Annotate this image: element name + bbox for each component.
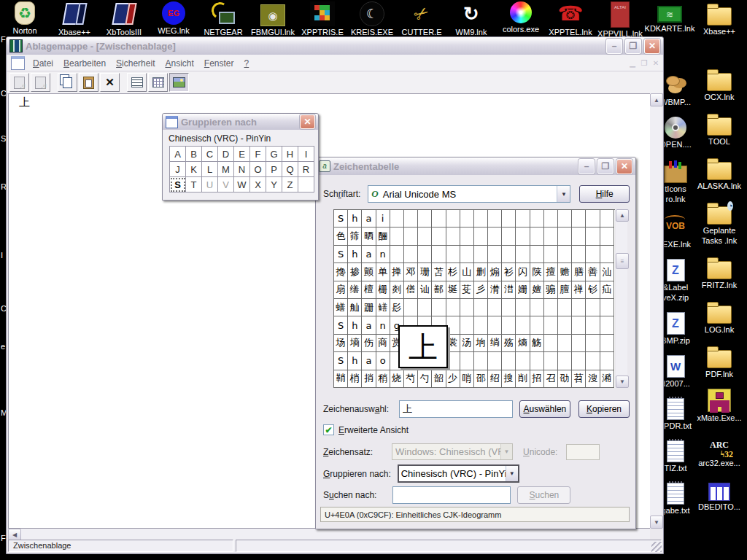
char-cell[interactable]: 汕: [600, 263, 614, 281]
font-combo[interactable]: O Arial Unicode MS ▼: [368, 185, 570, 203]
char-cell-empty[interactable]: [586, 299, 600, 316]
char-cell-empty[interactable]: [558, 228, 572, 245]
char-cell-empty[interactable]: [404, 299, 418, 316]
char-cell-empty[interactable]: [404, 228, 418, 245]
desktop-icon[interactable]: XbToolsIII: [99, 1, 149, 38]
char-cell-empty[interactable]: [600, 210, 614, 228]
char-cell-empty[interactable]: [586, 335, 600, 352]
desktop-icon[interactable]: ◉FBMGUI.lnk: [248, 1, 298, 38]
char-cell-empty[interactable]: [418, 299, 432, 316]
char-cell-empty[interactable]: [516, 316, 530, 334]
desktop-icon[interactable]: PDF.lnk: [695, 344, 743, 378]
char-cell-empty[interactable]: [600, 299, 614, 316]
char-cell[interactable]: 僐: [404, 281, 418, 299]
scroll-down-icon[interactable]: ▼: [650, 516, 663, 529]
mdi-restore-icon[interactable]: ❐: [638, 58, 650, 68]
char-cell-empty[interactable]: [530, 210, 544, 228]
char-cell-empty[interactable]: [516, 210, 530, 228]
char-cell-empty[interactable]: [474, 299, 488, 316]
char-cell-empty[interactable]: [502, 210, 516, 228]
char-cell-empty[interactable]: [558, 352, 572, 370]
advanced-view-checkbox[interactable]: ✔: [323, 424, 334, 435]
letter-cell-A[interactable]: A: [170, 147, 186, 162]
char-cell-empty[interactable]: [474, 246, 488, 263]
char-cell-empty[interactable]: [474, 210, 488, 228]
close-button[interactable]: ✕: [644, 39, 660, 54]
letter-cell-N[interactable]: N: [234, 162, 250, 177]
char-cell-empty[interactable]: [516, 299, 530, 316]
char-cell-empty[interactable]: [572, 228, 586, 245]
char-cell[interactable]: 澘: [502, 281, 516, 299]
minimize-button[interactable]: –: [606, 39, 622, 54]
char-cell[interactable]: 埏: [446, 281, 460, 299]
char-cell-empty[interactable]: [586, 352, 600, 370]
char-cell[interactable]: 栅: [376, 281, 390, 299]
char-cell-empty[interactable]: [530, 352, 544, 370]
letter-cell-Q[interactable]: Q: [282, 162, 298, 177]
char-cell-empty[interactable]: [418, 246, 432, 263]
char-cell-empty[interactable]: [488, 299, 502, 316]
grid-view-button[interactable]: [148, 73, 168, 92]
letter-cell-R[interactable]: R: [298, 162, 314, 177]
search-field[interactable]: [392, 486, 511, 504]
char-cell-empty[interactable]: [502, 316, 516, 334]
charmap-minimize-button[interactable]: –: [578, 159, 595, 174]
char-cell-empty[interactable]: [516, 246, 530, 263]
char-cell-empty[interactable]: [530, 316, 544, 334]
charmap-titlebar[interactable]: a Zeichentabelle – ❐ ✕: [316, 158, 635, 175]
char-cell[interactable]: a: [362, 316, 376, 334]
char-cell-empty[interactable]: [572, 299, 586, 316]
desktop-icon[interactable]: GeplanteTasks .lnk: [695, 201, 743, 245]
char-cell-empty[interactable]: [460, 210, 474, 228]
char-cell-empty[interactable]: [586, 210, 600, 228]
char-cell[interactable]: 膻: [558, 281, 572, 299]
char-cell-empty[interactable]: [432, 228, 446, 245]
group-by-combo[interactable]: Chinesisch (VRC) - PinYin ▼: [398, 464, 519, 483]
char-cell[interactable]: 髟: [390, 299, 404, 316]
mdi-close-icon[interactable]: ✕: [650, 58, 662, 68]
char-cell[interactable]: 酾: [376, 228, 390, 245]
group-by-combo-arrow-icon[interactable]: ▼: [506, 466, 518, 481]
letter-cell-K[interactable]: K: [186, 162, 202, 177]
char-cell[interactable]: o: [376, 352, 390, 370]
char-cell-empty[interactable]: [432, 299, 446, 316]
char-cell[interactable]: 珊: [418, 263, 432, 281]
char-cell[interactable]: 烧: [390, 370, 404, 388]
char-cell-empty[interactable]: [432, 210, 446, 228]
char-cell[interactable]: 潸: [488, 281, 502, 299]
menu-fenster[interactable]: Fenster: [199, 56, 239, 71]
char-cell[interactable]: 檀: [362, 281, 376, 299]
char-cell[interactable]: 招: [530, 370, 544, 388]
letter-cell-L[interactable]: L: [202, 162, 218, 177]
char-cell[interactable]: 赡: [558, 263, 572, 281]
char-cell-empty[interactable]: [446, 246, 460, 263]
char-cell[interactable]: i: [376, 210, 390, 228]
ablagemappe-titlebar[interactable]: Ablagemappe - [Zwischenablage] – ❐ ✕: [7, 37, 663, 55]
char-cell-empty[interactable]: [474, 316, 488, 334]
char-cell[interactable]: 裳: [446, 335, 460, 352]
char-cell[interactable]: 捎: [362, 370, 376, 388]
char-cell-empty[interactable]: [558, 335, 572, 352]
char-cell-empty[interactable]: [460, 246, 474, 263]
desktop-icon[interactable]: ALTAIXPPVILL.lnk: [595, 1, 645, 38]
letter-cell-Y[interactable]: Y: [266, 177, 282, 192]
char-cell-empty[interactable]: [460, 299, 474, 316]
char-cell[interactable]: 讪: [418, 281, 432, 299]
letter-cell-I[interactable]: I: [298, 147, 314, 162]
menu-help[interactable]: ?: [239, 56, 255, 71]
char-cell[interactable]: n: [376, 316, 390, 334]
desktop-icon[interactable]: ARCarc32.exe...: [695, 432, 743, 467]
char-cell[interactable]: S: [334, 352, 348, 370]
char-cell[interactable]: 剡: [390, 281, 404, 299]
char-cell[interactable]: 搜: [502, 370, 516, 388]
group-dialog-close-icon[interactable]: ✕: [300, 114, 315, 129]
char-cell[interactable]: 鄯: [432, 281, 446, 299]
menu-bearbeiten[interactable]: Bearbeiten: [58, 56, 111, 71]
char-cell[interactable]: 煽: [488, 263, 502, 281]
menu-ansicht[interactable]: Ansicht: [160, 56, 198, 71]
letter-cell-J[interactable]: J: [170, 162, 186, 177]
letter-cell-T[interactable]: T: [186, 177, 202, 192]
page-button[interactable]: [9, 73, 29, 92]
char-cell[interactable]: 鳝: [376, 299, 390, 316]
char-cell[interactable]: 闪: [516, 263, 530, 281]
